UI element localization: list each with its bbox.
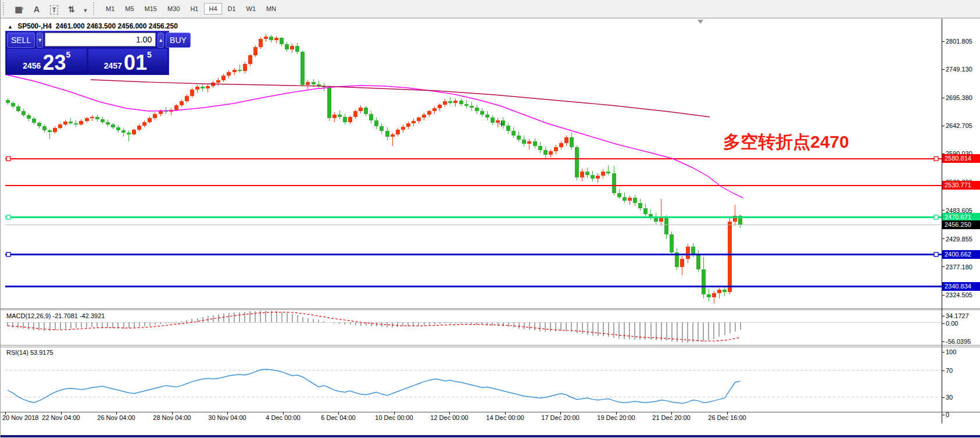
rsi-line [8, 369, 741, 404]
price-tick-label: 2377.180 [946, 263, 980, 271]
rsi-scale-label: 30 [946, 393, 980, 401]
buy-price-big: 01 [124, 54, 147, 72]
macd-scale-label: -56.0395 [946, 337, 980, 346]
window-bottom-border [1, 435, 980, 437]
date-tick-label: 14 Dec 00:00 [486, 414, 524, 421]
buy-price-prefix: 2457 [104, 60, 122, 72]
rsi-scale-label: 100 [946, 348, 980, 356]
price-level-label: 2456.250 [942, 220, 980, 229]
lot-increase-button[interactable]: ▲ [158, 33, 164, 48]
date-tick-label: 19 Dec 20:00 [597, 414, 635, 421]
date-tick-label: 22 Nov 04:00 [42, 414, 80, 421]
horizontal-level-lines[interactable] [5, 159, 980, 286]
symbol-title: SP500-,H4 [17, 22, 52, 30]
macd-scale-label: 0.00 [946, 319, 980, 327]
price-tick-label: 2801.805 [946, 37, 980, 45]
date-tick-label: 6 Dec 04:00 [321, 414, 355, 421]
date-tick-label: 28 Nov 04:00 [153, 414, 191, 421]
sell-price-big: 23 [42, 54, 66, 72]
line-handle[interactable] [6, 215, 10, 219]
date-tick-label: 17 Dec 20:00 [541, 414, 579, 421]
rsi-scale-label: 70 [946, 366, 980, 375]
lot-decrease-button[interactable]: ▼ [37, 33, 43, 48]
date-tick-label: 12 Dec 00:00 [430, 414, 468, 421]
price-tick-label: 2642.705 [946, 122, 980, 130]
ma-slow-crimson [91, 80, 710, 117]
sell-price-display[interactable]: 2456 23 5 [7, 49, 87, 73]
buy-price-sup: 5 [147, 50, 152, 59]
price-tick-label: 2429.855 [946, 235, 980, 243]
buy-price-display[interactable]: 2457 01 5 [88, 49, 168, 73]
buy-button[interactable]: BUY [166, 33, 191, 48]
line-handle[interactable] [934, 252, 938, 257]
macd-histogram [8, 311, 741, 343]
sell-button[interactable]: SELL [7, 33, 35, 48]
chart-shift-marker-icon[interactable] [698, 20, 703, 24]
macd-label: MACD(12,26,9) -21.7081 -42.3921 [6, 312, 105, 319]
price-tick-label: 2695.380 [946, 94, 980, 102]
panel-borders [1, 18, 980, 423]
rsi-label: RSI(14) 53.9175 [6, 349, 53, 356]
price-level-label: 2580.814 [942, 154, 980, 163]
date-tick-label: 26 Dec 16:00 [708, 414, 746, 421]
price-tick-label: 2324.505 [946, 291, 980, 299]
line-handle[interactable] [934, 215, 938, 219]
date-tick-label: 20 Nov 2018 [2, 414, 38, 421]
date-tick-label: 10 Dec 00:00 [375, 414, 413, 421]
chart-header: ▲ SP500-,H4 2461.000 2463.500 2456.000 2… [8, 22, 178, 30]
price-level-label: 2530.771 [942, 181, 980, 190]
lot-size-input[interactable] [45, 33, 156, 47]
header-arrow-icon[interactable]: ▲ [8, 24, 13, 30]
price-level-label: 2400.662 [942, 250, 980, 259]
sell-price-sup: 5 [66, 50, 70, 59]
rsi-scale-label: 0 [946, 411, 980, 419]
metatrader-window: ▦FAT⇅▼ M1M5M15M30H1H4D1W1MN ▲ SP500-,H4 … [0, 0, 980, 438]
price-tick-label: 2749.130 [946, 65, 980, 73]
date-tick-label: 26 Nov 04:00 [97, 414, 135, 421]
ohlc-readout: 2461.000 2463.500 2456.000 2456.250 [56, 22, 178, 30]
date-tick-label: 21 Dec 20:00 [652, 414, 690, 421]
line-handle[interactable] [6, 252, 10, 257]
date-tick-label: 30 Nov 04:00 [208, 414, 246, 421]
ma-fast-magenta [5, 74, 743, 198]
sell-price-prefix: 2456 [23, 60, 41, 72]
line-handle[interactable] [934, 156, 938, 161]
line-handle[interactable] [6, 156, 10, 161]
price-level-label: 2340.834 [942, 282, 980, 291]
macd-signal-line [8, 312, 741, 341]
date-tick-label: 4 Dec 00:00 [266, 414, 300, 421]
one-click-trading-panel: SELL ▼ ▲ BUY 2456 23 5 2457 01 5 [5, 31, 169, 75]
chart-annotation-text[interactable]: 多空转折点2470 [723, 130, 849, 154]
macd-scale-label: 34.1727 [946, 312, 980, 320]
